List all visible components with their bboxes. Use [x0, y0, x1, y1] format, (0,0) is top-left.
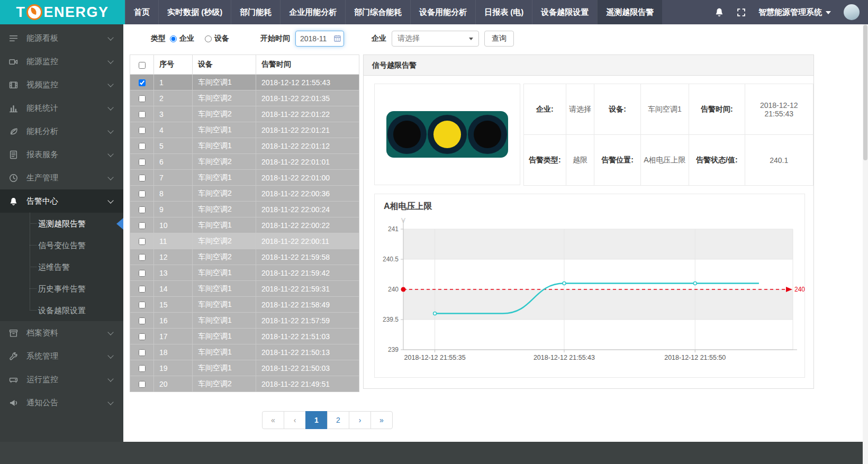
page-button-5[interactable]: » [370, 411, 393, 429]
table-row[interactable]: 9车间空调22018-11-22 22:00:24 [130, 202, 359, 217]
nav-item-4[interactable]: 部门综合能耗 [345, 0, 410, 24]
table-row[interactable]: 12车间空调22018-11-22 21:59:58 [130, 249, 359, 265]
row-time: 2018-11-22 22:01:01 [256, 154, 359, 170]
type-radio-device[interactable]: 设备 [205, 34, 229, 43]
page-button-3[interactable]: 2 [327, 411, 349, 429]
row-no: 9 [154, 202, 193, 217]
row-checkbox[interactable] [139, 349, 146, 356]
enterprise-select[interactable]: 请选择 [392, 31, 479, 47]
nav-item-0[interactable]: 首页 [125, 0, 158, 24]
info-label: 告警时间: [689, 84, 745, 135]
scrollbar[interactable] [863, 24, 868, 464]
sidebar-item-8[interactable]: 档案资料 [0, 321, 123, 344]
row-checkbox[interactable] [139, 143, 146, 150]
sidebar-item-1[interactable]: 能源监控 [0, 50, 123, 73]
sidebar-item-9[interactable]: 系统管理 [0, 344, 123, 368]
table-row[interactable]: 1车间空调12018-12-12 21:55:43 [130, 75, 359, 90]
sidebar-item-10[interactable]: 运行监控 [0, 368, 123, 391]
row-checkbox[interactable] [139, 159, 146, 166]
table-row[interactable]: 8车间空调22018-11-22 22:00:36 [130, 186, 359, 202]
row-checkbox[interactable] [139, 175, 146, 181]
table-row[interactable]: 3车间空调22018-11-22 22:01:22 [130, 106, 359, 122]
row-checkbox-cell [130, 344, 154, 360]
type-radio-enterprise[interactable]: 企业 [170, 34, 194, 43]
sidebar-subitem-0[interactable]: 遥测越限告警 [0, 213, 123, 234]
row-checkbox[interactable] [139, 302, 146, 308]
row-time: 2018-11-22 21:59:42 [256, 265, 359, 281]
table-row[interactable]: 5车间空调12018-11-22 22:01:12 [130, 138, 359, 154]
sidebar-subitem-3[interactable]: 历史事件告警 [0, 278, 123, 299]
nav-item-8[interactable]: 遥测越限告警 [597, 0, 662, 24]
logo[interactable]: T ENERGY [0, 0, 125, 24]
fullscreen-icon[interactable] [737, 8, 746, 17]
table-row[interactable]: 10车间空调12018-11-22 22:00:22 [130, 217, 359, 233]
table-row[interactable]: 20车间空调22018-11-22 21:49:51 [130, 376, 359, 392]
row-device: 车间空调1 [193, 138, 256, 154]
chevron-down-icon [107, 151, 113, 157]
sidebar-item-11[interactable]: 通知公告 [0, 391, 123, 414]
table-row[interactable]: 18车间空调12018-11-22 21:50:13 [130, 344, 359, 360]
page-button-2[interactable]: 1 [305, 411, 328, 429]
sidebar-item-6[interactable]: 生产管理 [0, 166, 123, 189]
table-row[interactable]: 15车间空调12018-11-22 21:58:49 [130, 297, 359, 313]
radio-enterprise-input[interactable] [170, 35, 177, 42]
table-row[interactable]: 6车间空调22018-11-22 22:01:01 [130, 154, 359, 170]
page-button-0[interactable]: « [262, 411, 284, 429]
nav-item-3[interactable]: 企业用能分析 [280, 0, 345, 24]
sidebar-subitem-2[interactable]: 运维告警 [0, 256, 123, 278]
row-checkbox[interactable] [139, 238, 146, 245]
nav-item-5[interactable]: 设备用能分析 [410, 0, 475, 24]
table-row[interactable]: 17车间空调12018-11-22 21:51:03 [130, 329, 359, 344]
sidebar-subitem-1[interactable]: 信号变位告警 [0, 234, 123, 256]
table-row[interactable]: 14车间空调12018-11-22 21:59:31 [130, 281, 359, 297]
sidebar-subitem-4[interactable]: 设备越限设置 [0, 299, 123, 321]
table-row[interactable]: 13车间空调12018-11-22 21:59:42 [130, 265, 359, 281]
row-checkbox[interactable] [139, 365, 146, 372]
nav-item-1[interactable]: 实时数据 (秒级) [158, 0, 231, 24]
table-row[interactable]: 7车间空调12018-11-22 22:01:00 [130, 170, 359, 186]
nav-item-6[interactable]: 日报表 (电) [475, 0, 532, 24]
sidebar-item-2[interactable]: 视频监控 [0, 73, 123, 96]
row-checkbox[interactable] [139, 270, 146, 277]
chevron-down-icon [107, 399, 113, 405]
sidebar-item-7[interactable]: 告警中心 [0, 189, 123, 213]
row-checkbox[interactable] [139, 333, 146, 340]
row-device: 车间空调2 [193, 233, 256, 249]
row-checkbox[interactable] [139, 111, 146, 118]
calendar-icon[interactable] [334, 35, 341, 42]
avatar[interactable] [844, 4, 860, 20]
table-row[interactable]: 19车间空调12018-11-22 21:50:03 [130, 360, 359, 376]
table-row[interactable]: 11车间空调22018-11-22 22:00:11 [130, 233, 359, 249]
sidebar-item-0[interactable]: 能源看板 [0, 26, 123, 50]
nav-item-2[interactable]: 部门能耗 [231, 0, 280, 24]
sidebar-item-3[interactable]: 能耗统计 [0, 96, 123, 120]
scrollbar-thumb[interactable] [863, 25, 867, 160]
page-button-4[interactable]: › [349, 411, 371, 429]
table-row[interactable]: 2车间空调22018-11-22 22:01:35 [130, 90, 359, 106]
row-checkbox[interactable] [139, 254, 146, 261]
logo-text-prefix: T [16, 4, 25, 21]
row-checkbox[interactable] [139, 222, 146, 229]
row-checkbox[interactable] [139, 286, 146, 293]
bell-icon[interactable] [715, 7, 724, 17]
row-device: 车间空调2 [193, 249, 256, 265]
query-button[interactable]: 查询 [484, 31, 514, 47]
row-checkbox[interactable] [139, 206, 146, 213]
row-checkbox[interactable] [139, 95, 146, 102]
row-checkbox[interactable] [139, 317, 146, 324]
row-checkbox[interactable] [139, 127, 146, 134]
traffic-lamp-on [428, 115, 467, 154]
sidebar: 能源看板能源监控视频监控能耗统计能耗分析报表服务生产管理告警中心遥测越限告警信号… [0, 24, 123, 464]
select-all-checkbox[interactable] [139, 62, 146, 69]
nav-item-7[interactable]: 设备越限设置 [532, 0, 597, 24]
sidebar-item-4[interactable]: 能耗分析 [0, 120, 123, 143]
page-button-1[interactable]: ‹ [284, 411, 306, 429]
radio-device-input[interactable] [205, 35, 212, 42]
row-checkbox[interactable] [139, 381, 146, 388]
table-row[interactable]: 16车间空调12018-11-22 21:57:59 [130, 313, 359, 329]
row-checkbox[interactable] [139, 79, 146, 86]
row-checkbox[interactable] [139, 190, 146, 197]
sidebar-item-5[interactable]: 报表服务 [0, 143, 123, 166]
table-row[interactable]: 4车间空调12018-11-22 22:01:21 [130, 122, 359, 138]
user-menu[interactable]: 智慧能源管理系统 [758, 7, 831, 17]
